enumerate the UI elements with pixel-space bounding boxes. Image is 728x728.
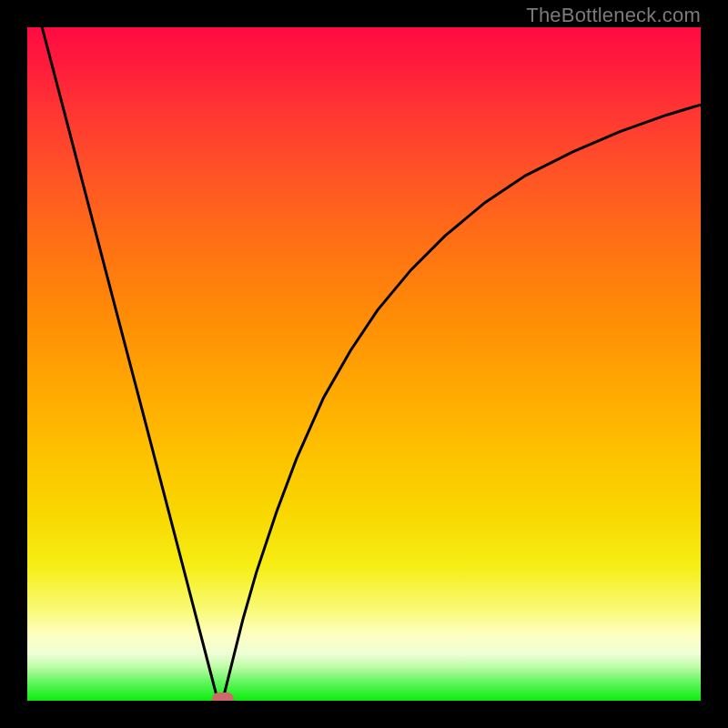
curve-left-branch	[42, 27, 222, 701]
watermark-text: TheBottleneck.com	[526, 4, 701, 27]
curve-right-branch	[223, 105, 701, 701]
chart-frame: TheBottleneck.com	[0, 0, 728, 728]
curve-layer	[27, 27, 701, 701]
plot-area	[27, 27, 701, 701]
minimum-marker	[212, 693, 234, 701]
